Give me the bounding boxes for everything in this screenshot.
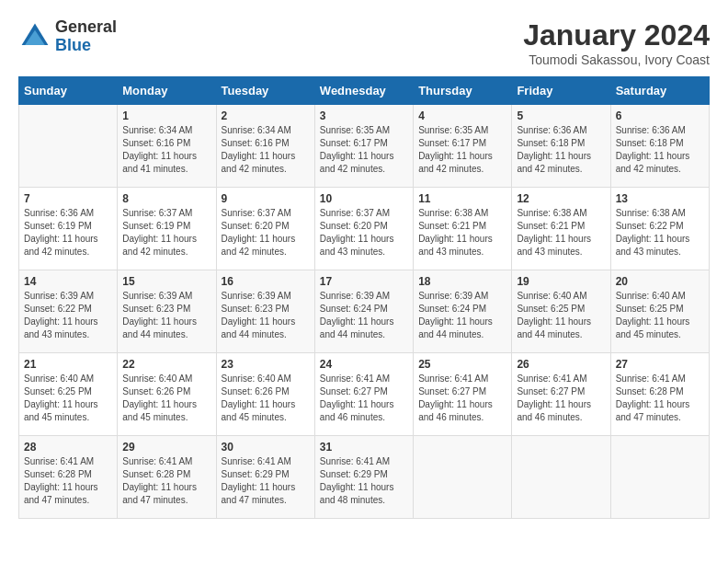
day-info: Sunrise: 6:40 AM Sunset: 6:25 PM Dayligh… <box>24 373 112 424</box>
day-info: Sunrise: 6:41 AM Sunset: 6:28 PM Dayligh… <box>616 373 704 424</box>
calendar-cell: 26Sunrise: 6:41 AM Sunset: 6:27 PM Dayli… <box>512 353 610 436</box>
location-title: Toumodi Sakassou, Ivory Coast <box>523 52 710 67</box>
calendar-cell <box>414 436 512 519</box>
day-info: Sunrise: 6:41 AM Sunset: 6:29 PM Dayligh… <box>320 455 408 507</box>
calendar-cell: 17Sunrise: 6:39 AM Sunset: 6:24 PM Dayli… <box>314 270 413 353</box>
calendar-cell <box>19 105 118 188</box>
day-info: Sunrise: 6:38 AM Sunset: 6:21 PM Dayligh… <box>418 207 506 259</box>
day-number: 9 <box>222 192 310 205</box>
day-info: Sunrise: 6:34 AM Sunset: 6:16 PM Dayligh… <box>122 124 210 176</box>
day-number: 13 <box>616 192 704 205</box>
calendar-cell: 21Sunrise: 6:40 AM Sunset: 6:25 PM Dayli… <box>19 353 118 436</box>
day-number: 15 <box>122 275 210 288</box>
day-number: 7 <box>24 192 112 205</box>
day-info: Sunrise: 6:40 AM Sunset: 6:26 PM Dayligh… <box>222 373 310 424</box>
day-number: 21 <box>24 358 112 371</box>
calendar-cell: 5Sunrise: 6:36 AM Sunset: 6:18 PM Daylig… <box>512 105 610 188</box>
header-day-tuesday: Tuesday <box>216 77 314 105</box>
day-number: 8 <box>122 192 210 205</box>
day-info: Sunrise: 6:38 AM Sunset: 6:22 PM Dayligh… <box>616 207 704 259</box>
day-number: 4 <box>418 109 506 122</box>
day-number: 25 <box>418 358 506 371</box>
day-number: 16 <box>222 275 310 288</box>
calendar-cell: 30Sunrise: 6:41 AM Sunset: 6:29 PM Dayli… <box>216 436 314 519</box>
day-number: 31 <box>320 441 408 454</box>
calendar-cell <box>512 436 610 519</box>
week-row-1: 1Sunrise: 6:34 AM Sunset: 6:16 PM Daylig… <box>19 105 710 188</box>
day-info: Sunrise: 6:39 AM Sunset: 6:24 PM Dayligh… <box>320 290 408 341</box>
day-number: 2 <box>222 109 310 122</box>
calendar-cell: 18Sunrise: 6:39 AM Sunset: 6:24 PM Dayli… <box>414 270 512 353</box>
calendar-cell: 12Sunrise: 6:38 AM Sunset: 6:21 PM Dayli… <box>512 188 610 270</box>
header-row: SundayMondayTuesdayWednesdayThursdayFrid… <box>19 77 710 105</box>
calendar-cell: 9Sunrise: 6:37 AM Sunset: 6:20 PM Daylig… <box>216 188 314 270</box>
logo-icon <box>18 20 51 53</box>
day-info: Sunrise: 6:39 AM Sunset: 6:23 PM Dayligh… <box>122 290 210 341</box>
logo-blue: Blue <box>55 37 117 55</box>
calendar-cell: 22Sunrise: 6:40 AM Sunset: 6:26 PM Dayli… <box>118 353 216 436</box>
day-info: Sunrise: 6:38 AM Sunset: 6:21 PM Dayligh… <box>517 207 605 259</box>
day-info: Sunrise: 6:36 AM Sunset: 6:18 PM Dayligh… <box>616 124 704 176</box>
calendar-cell: 28Sunrise: 6:41 AM Sunset: 6:28 PM Dayli… <box>19 436 118 519</box>
day-number: 24 <box>320 358 408 371</box>
calendar-cell: 16Sunrise: 6:39 AM Sunset: 6:23 PM Dayli… <box>216 270 314 353</box>
day-info: Sunrise: 6:40 AM Sunset: 6:26 PM Dayligh… <box>122 373 210 424</box>
day-info: Sunrise: 6:37 AM Sunset: 6:20 PM Dayligh… <box>222 207 310 259</box>
day-number: 19 <box>517 275 605 288</box>
calendar-cell: 1Sunrise: 6:34 AM Sunset: 6:16 PM Daylig… <box>118 105 216 188</box>
day-info: Sunrise: 6:41 AM Sunset: 6:27 PM Dayligh… <box>418 373 506 424</box>
day-info: Sunrise: 6:41 AM Sunset: 6:28 PM Dayligh… <box>24 455 112 507</box>
day-info: Sunrise: 6:40 AM Sunset: 6:25 PM Dayligh… <box>517 290 605 341</box>
day-number: 14 <box>24 275 112 288</box>
calendar-cell: 24Sunrise: 6:41 AM Sunset: 6:27 PM Dayli… <box>314 353 413 436</box>
calendar-cell: 19Sunrise: 6:40 AM Sunset: 6:25 PM Dayli… <box>512 270 610 353</box>
calendar-cell: 23Sunrise: 6:40 AM Sunset: 6:26 PM Dayli… <box>216 353 314 436</box>
day-number: 18 <box>418 275 506 288</box>
calendar-cell: 13Sunrise: 6:38 AM Sunset: 6:22 PM Dayli… <box>610 188 709 270</box>
day-number: 26 <box>517 358 605 371</box>
page-header: General Blue January 2024 Toumodi Sakass… <box>18 18 710 67</box>
calendar-cell: 3Sunrise: 6:35 AM Sunset: 6:17 PM Daylig… <box>314 105 413 188</box>
day-info: Sunrise: 6:36 AM Sunset: 6:19 PM Dayligh… <box>24 207 112 259</box>
calendar-cell: 10Sunrise: 6:37 AM Sunset: 6:20 PM Dayli… <box>314 188 413 270</box>
day-number: 27 <box>616 358 704 371</box>
calendar-cell: 31Sunrise: 6:41 AM Sunset: 6:29 PM Dayli… <box>314 436 413 519</box>
calendar-cell: 2Sunrise: 6:34 AM Sunset: 6:16 PM Daylig… <box>216 105 314 188</box>
calendar-cell: 6Sunrise: 6:36 AM Sunset: 6:18 PM Daylig… <box>610 105 709 188</box>
day-info: Sunrise: 6:39 AM Sunset: 6:22 PM Dayligh… <box>24 290 112 341</box>
day-number: 28 <box>24 441 112 454</box>
day-number: 30 <box>222 441 310 454</box>
header-day-monday: Monday <box>118 77 216 105</box>
day-info: Sunrise: 6:35 AM Sunset: 6:17 PM Dayligh… <box>418 124 506 176</box>
logo: General Blue <box>18 18 117 55</box>
month-title: January 2024 <box>523 18 710 52</box>
calendar-cell <box>610 436 709 519</box>
day-number: 1 <box>122 109 210 122</box>
header-day-wednesday: Wednesday <box>314 77 413 105</box>
day-number: 3 <box>320 109 408 122</box>
calendar-cell: 25Sunrise: 6:41 AM Sunset: 6:27 PM Dayli… <box>414 353 512 436</box>
header-day-saturday: Saturday <box>610 77 709 105</box>
day-info: Sunrise: 6:35 AM Sunset: 6:17 PM Dayligh… <box>320 124 408 176</box>
day-number: 20 <box>616 275 704 288</box>
day-info: Sunrise: 6:37 AM Sunset: 6:19 PM Dayligh… <box>122 207 210 259</box>
calendar-cell: 4Sunrise: 6:35 AM Sunset: 6:17 PM Daylig… <box>414 105 512 188</box>
day-number: 17 <box>320 275 408 288</box>
calendar-cell: 14Sunrise: 6:39 AM Sunset: 6:22 PM Dayli… <box>19 270 118 353</box>
day-number: 12 <box>517 192 605 205</box>
header-day-friday: Friday <box>512 77 610 105</box>
day-number: 6 <box>616 109 704 122</box>
week-row-5: 28Sunrise: 6:41 AM Sunset: 6:28 PM Dayli… <box>19 436 710 519</box>
title-section: January 2024 Toumodi Sakassou, Ivory Coa… <box>523 18 710 67</box>
day-number: 22 <box>122 358 210 371</box>
calendar-cell: 29Sunrise: 6:41 AM Sunset: 6:28 PM Dayli… <box>118 436 216 519</box>
day-number: 29 <box>122 441 210 454</box>
day-number: 10 <box>320 192 408 205</box>
day-info: Sunrise: 6:40 AM Sunset: 6:25 PM Dayligh… <box>616 290 704 341</box>
day-number: 5 <box>517 109 605 122</box>
day-info: Sunrise: 6:41 AM Sunset: 6:27 PM Dayligh… <box>320 373 408 424</box>
calendar-cell: 7Sunrise: 6:36 AM Sunset: 6:19 PM Daylig… <box>19 188 118 270</box>
day-number: 11 <box>418 192 506 205</box>
header-day-thursday: Thursday <box>414 77 512 105</box>
calendar-cell: 11Sunrise: 6:38 AM Sunset: 6:21 PM Dayli… <box>414 188 512 270</box>
